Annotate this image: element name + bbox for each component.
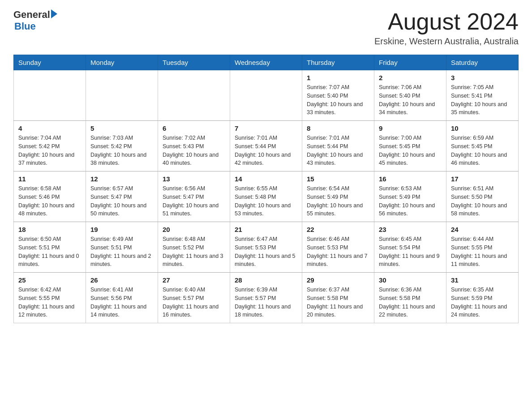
calendar-cell: 15Sunrise: 6:54 AMSunset: 5:49 PMDayligh… [302,171,374,222]
calendar-cell: 2Sunrise: 7:06 AMSunset: 5:40 PMDaylight… [374,70,446,121]
day-info: Sunrise: 7:03 AMSunset: 5:42 PMDaylight:… [90,134,153,167]
day-info: Sunrise: 6:42 AMSunset: 5:55 PMDaylight:… [18,286,81,319]
calendar-cell: 27Sunrise: 6:40 AMSunset: 5:57 PMDayligh… [158,273,230,323]
day-info: Sunrise: 7:01 AMSunset: 5:44 PMDaylight:… [235,134,297,167]
calendar-header-saturday: Saturday [446,55,519,70]
day-info: Sunrise: 6:49 AMSunset: 5:51 PMDaylight:… [90,235,153,269]
day-number: 4 [18,124,81,132]
calendar-cell: 23Sunrise: 6:45 AMSunset: 5:54 PMDayligh… [374,222,446,273]
header: General Blue August 2024 Erskine, Wester… [13,9,519,47]
calendar-cell: 19Sunrise: 6:49 AMSunset: 5:51 PMDayligh… [86,222,158,273]
day-number: 28 [235,276,297,284]
calendar-cell: 31Sunrise: 6:35 AMSunset: 5:59 PMDayligh… [446,273,519,323]
day-number: 8 [307,124,369,132]
calendar-cell: 3Sunrise: 7:05 AMSunset: 5:41 PMDaylight… [446,70,519,121]
day-number: 6 [163,124,225,132]
day-number: 27 [163,276,225,284]
calendar-cell [158,70,230,121]
calendar-cell: 21Sunrise: 6:47 AMSunset: 5:53 PMDayligh… [230,222,302,273]
day-info: Sunrise: 6:55 AMSunset: 5:48 PMDaylight:… [235,184,297,218]
day-number: 3 [451,74,514,81]
calendar-cell: 5Sunrise: 7:03 AMSunset: 5:42 PMDaylight… [86,121,158,171]
calendar-cell: 4Sunrise: 7:04 AMSunset: 5:42 PMDaylight… [14,121,86,171]
day-number: 31 [451,276,514,284]
day-number: 2 [379,74,442,81]
day-number: 24 [451,226,514,233]
calendar-cell: 30Sunrise: 6:36 AMSunset: 5:58 PMDayligh… [374,273,446,323]
day-info: Sunrise: 7:02 AMSunset: 5:43 PMDaylight:… [163,134,225,167]
day-number: 21 [235,226,297,233]
day-number: 25 [18,276,81,284]
calendar-cell: 24Sunrise: 6:44 AMSunset: 5:55 PMDayligh… [446,222,519,273]
day-number: 10 [451,124,514,132]
title-area: August 2024 Erskine, Western Australia, … [374,9,519,47]
day-info: Sunrise: 6:37 AMSunset: 5:58 PMDaylight:… [307,286,369,319]
logo: General Blue [13,9,57,32]
calendar-week-row: 11Sunrise: 6:58 AMSunset: 5:46 PMDayligh… [14,171,519,222]
calendar-cell: 22Sunrise: 6:46 AMSunset: 5:53 PMDayligh… [302,222,374,273]
calendar-header-sunday: Sunday [14,55,86,70]
calendar-cell: 7Sunrise: 7:01 AMSunset: 5:44 PMDaylight… [230,121,302,171]
month-year-title: August 2024 [374,9,519,34]
day-number: 20 [163,226,225,233]
day-number: 7 [235,124,297,132]
day-number: 13 [163,175,225,183]
calendar-cell: 28Sunrise: 6:39 AMSunset: 5:57 PMDayligh… [230,273,302,323]
calendar-table: SundayMondayTuesdayWednesdayThursdayFrid… [13,55,519,323]
calendar-cell: 26Sunrise: 6:41 AMSunset: 5:56 PMDayligh… [86,273,158,323]
day-info: Sunrise: 6:48 AMSunset: 5:52 PMDaylight:… [163,235,225,269]
day-info: Sunrise: 6:36 AMSunset: 5:58 PMDaylight:… [379,286,442,319]
calendar-header-tuesday: Tuesday [158,55,230,70]
calendar-header-friday: Friday [374,55,446,70]
day-number: 15 [307,175,369,183]
calendar-header-thursday: Thursday [302,55,374,70]
day-number: 23 [379,226,442,233]
calendar-cell: 25Sunrise: 6:42 AMSunset: 5:55 PMDayligh… [14,273,86,323]
day-number: 12 [90,175,153,183]
day-info: Sunrise: 6:54 AMSunset: 5:49 PMDaylight:… [307,184,369,218]
calendar-cell: 14Sunrise: 6:55 AMSunset: 5:48 PMDayligh… [230,171,302,222]
calendar-cell [230,70,302,121]
day-number: 18 [18,226,81,233]
calendar-cell: 17Sunrise: 6:51 AMSunset: 5:50 PMDayligh… [446,171,519,222]
day-info: Sunrise: 6:58 AMSunset: 5:46 PMDaylight:… [18,184,81,218]
calendar-cell: 13Sunrise: 6:56 AMSunset: 5:47 PMDayligh… [158,171,230,222]
calendar-header-row: SundayMondayTuesdayWednesdayThursdayFrid… [14,55,519,70]
day-number: 26 [90,276,153,284]
day-number: 22 [307,226,369,233]
day-info: Sunrise: 7:05 AMSunset: 5:41 PMDaylight:… [451,83,514,117]
location-subtitle: Erskine, Western Australia, Australia [374,36,519,47]
day-number: 11 [18,175,81,183]
calendar-cell: 29Sunrise: 6:37 AMSunset: 5:58 PMDayligh… [302,273,374,323]
day-info: Sunrise: 7:00 AMSunset: 5:45 PMDaylight:… [379,134,442,167]
day-number: 5 [90,124,153,132]
day-info: Sunrise: 6:44 AMSunset: 5:55 PMDaylight:… [451,235,514,269]
day-info: Sunrise: 6:53 AMSunset: 5:49 PMDaylight:… [379,184,442,218]
day-info: Sunrise: 6:41 AMSunset: 5:56 PMDaylight:… [90,286,153,319]
day-info: Sunrise: 7:01 AMSunset: 5:44 PMDaylight:… [307,134,369,167]
day-info: Sunrise: 6:59 AMSunset: 5:45 PMDaylight:… [451,134,514,167]
calendar-cell [14,70,86,121]
calendar-week-row: 25Sunrise: 6:42 AMSunset: 5:55 PMDayligh… [14,273,519,323]
calendar-cell: 18Sunrise: 6:50 AMSunset: 5:51 PMDayligh… [14,222,86,273]
day-info: Sunrise: 6:45 AMSunset: 5:54 PMDaylight:… [379,235,442,269]
calendar-cell [86,70,158,121]
day-number: 1 [307,74,369,81]
calendar-cell: 8Sunrise: 7:01 AMSunset: 5:44 PMDaylight… [302,121,374,171]
day-number: 14 [235,175,297,183]
calendar-cell: 16Sunrise: 6:53 AMSunset: 5:49 PMDayligh… [374,171,446,222]
day-info: Sunrise: 6:40 AMSunset: 5:57 PMDaylight:… [163,286,225,319]
logo-blue-text: Blue [14,21,36,32]
calendar-cell: 10Sunrise: 6:59 AMSunset: 5:45 PMDayligh… [446,121,519,171]
calendar-week-row: 18Sunrise: 6:50 AMSunset: 5:51 PMDayligh… [14,222,519,273]
day-number: 17 [451,175,514,183]
calendar-header-monday: Monday [86,55,158,70]
calendar-cell: 9Sunrise: 7:00 AMSunset: 5:45 PMDaylight… [374,121,446,171]
day-info: Sunrise: 6:39 AMSunset: 5:57 PMDaylight:… [235,286,297,319]
day-info: Sunrise: 6:35 AMSunset: 5:59 PMDaylight:… [451,286,514,319]
calendar-cell: 6Sunrise: 7:02 AMSunset: 5:43 PMDaylight… [158,121,230,171]
day-info: Sunrise: 6:47 AMSunset: 5:53 PMDaylight:… [235,235,297,269]
day-info: Sunrise: 6:46 AMSunset: 5:53 PMDaylight:… [307,235,369,269]
day-info: Sunrise: 6:56 AMSunset: 5:47 PMDaylight:… [163,184,225,218]
day-info: Sunrise: 7:04 AMSunset: 5:42 PMDaylight:… [18,134,81,167]
